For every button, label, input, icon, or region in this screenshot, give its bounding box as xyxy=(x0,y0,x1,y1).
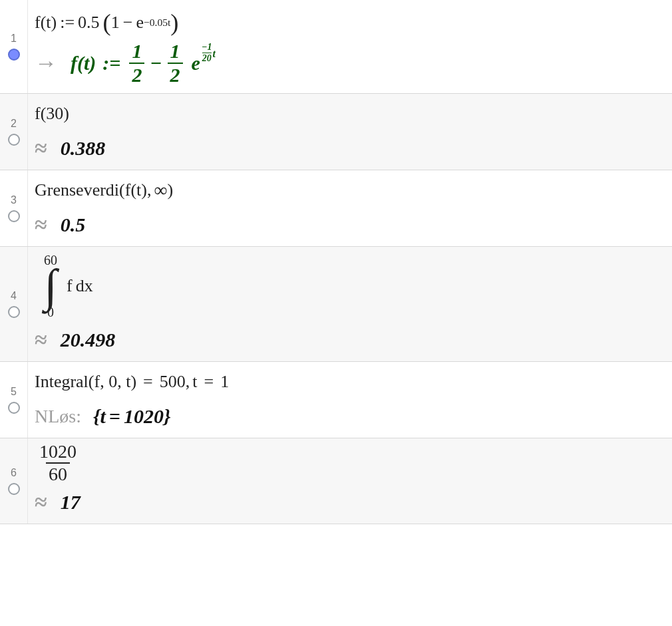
approx-icon: ≈ xyxy=(35,212,47,237)
input-expression[interactable]: f(t) := 0.5 ( 1 − e−0.05t ) xyxy=(35,7,665,39)
output-value: 0.5 xyxy=(61,214,86,236)
solve-label: NLøs: xyxy=(35,406,81,427)
assign-op: := xyxy=(60,13,75,33)
input-expression[interactable]: Integral(f, 0, t) = 500, t = 1 xyxy=(35,366,665,398)
cas-cell[interactable]: 1020 60 ≈ 17 xyxy=(28,438,672,524)
visibility-toggle[interactable] xyxy=(8,210,20,222)
cas-cell[interactable]: Grenseverdi(f(t),∞) ≈ 0.5 xyxy=(28,170,672,246)
input-expression[interactable]: f(30) xyxy=(35,98,665,130)
cas-row[interactable]: 5 Integral(f, 0, t) = 500, t = 1 NLøs: {… xyxy=(0,362,672,438)
row-gutter: 3 xyxy=(0,170,28,246)
cas-row[interactable]: 6 1020 60 ≈ 17 xyxy=(0,438,672,524)
output-arrow-icon: → xyxy=(35,51,57,76)
fn-name: Integral xyxy=(35,372,88,392)
output-expression: ≈ 0.388 xyxy=(35,132,665,164)
e-base: e xyxy=(136,13,144,33)
row-number: 6 xyxy=(11,467,17,479)
approx-icon: ≈ xyxy=(35,490,47,515)
visibility-toggle[interactable] xyxy=(8,134,20,146)
row-gutter: 6 xyxy=(0,438,28,524)
row-number: 3 xyxy=(11,194,17,206)
cas-cell[interactable]: Integral(f, 0, t) = 500, t = 1 NLøs: {t=… xyxy=(28,362,672,438)
output-expression: ≈ 20.498 xyxy=(35,324,665,356)
output-value: 20.498 xyxy=(61,329,116,351)
integral-icon: 60 ∫ 0 xyxy=(44,253,57,319)
integrand: f xyxy=(67,276,73,296)
rhs-val: 500 xyxy=(160,372,186,392)
output-value: 17 xyxy=(61,491,81,514)
input-expression[interactable]: 60 ∫ 0 f dx xyxy=(35,251,665,321)
visibility-toggle[interactable] xyxy=(8,49,20,61)
cas-cell[interactable]: 60 ∫ 0 f dx ≈ 20.498 xyxy=(28,247,672,361)
cas-row[interactable]: 1 f(t) := 0.5 ( 1 − e−0.05t ) → f(t) := xyxy=(0,0,672,94)
input-expression[interactable]: 1020 60 xyxy=(35,442,665,484)
lower-limit: 0 xyxy=(47,305,54,319)
row-gutter: 5 xyxy=(0,362,28,438)
row-number: 1 xyxy=(11,33,17,45)
row-gutter: 4 xyxy=(0,247,28,361)
fn-args: (f, 0, t) xyxy=(88,372,136,392)
cas-cell[interactable]: f(30) ≈ 0.388 xyxy=(28,94,672,170)
visibility-toggle[interactable] xyxy=(8,483,20,495)
output-value: {t=1020} xyxy=(93,405,170,428)
output-expression: ≈ 17 xyxy=(35,486,665,518)
output-value: f(t) := 12 − 12 e−120t xyxy=(71,41,216,85)
row-number: 4 xyxy=(11,290,17,302)
one: 1 xyxy=(111,13,120,33)
output-expression: ≈ 0.5 xyxy=(35,209,665,241)
row-gutter: 1 xyxy=(0,0,28,93)
cas-cell[interactable]: f(t) := 0.5 ( 1 − e−0.05t ) → f(t) := 12 xyxy=(28,0,672,93)
lhs: f(t) xyxy=(35,13,57,33)
cas-row[interactable]: 2 f(30) ≈ 0.388 xyxy=(0,94,672,170)
infinity-icon: ∞ xyxy=(154,180,167,201)
row-gutter: 2 xyxy=(0,94,28,170)
visibility-toggle[interactable] xyxy=(8,402,20,414)
visibility-toggle[interactable] xyxy=(8,306,20,318)
coef: 0.5 xyxy=(78,13,100,33)
fn-name: Grenseverdi xyxy=(35,180,119,200)
input-expression[interactable]: Grenseverdi(f(t),∞) xyxy=(35,174,665,206)
cas-row[interactable]: 3 Grenseverdi(f(t),∞) ≈ 0.5 xyxy=(0,170,672,247)
differential: dx xyxy=(76,276,93,296)
fraction: 1020 60 xyxy=(37,442,79,484)
paren-open: ( xyxy=(103,9,111,37)
row-number: 2 xyxy=(11,118,17,130)
arg1: f(t) xyxy=(125,180,147,200)
output-expression: → f(t) := 12 − 12 e−120t xyxy=(35,41,665,85)
paren-close: ) xyxy=(170,9,178,37)
row-number: 5 xyxy=(11,386,17,398)
output-expression: NLøs: {t=1020} xyxy=(35,400,665,432)
approx-icon: ≈ xyxy=(35,327,47,353)
output-value: 0.388 xyxy=(61,137,106,160)
cas-row[interactable]: 4 60 ∫ 0 f dx ≈ 20.498 xyxy=(0,247,672,362)
minus: − xyxy=(123,13,133,33)
expr-text: f(30) xyxy=(35,104,69,124)
approx-icon: ≈ xyxy=(35,136,47,161)
